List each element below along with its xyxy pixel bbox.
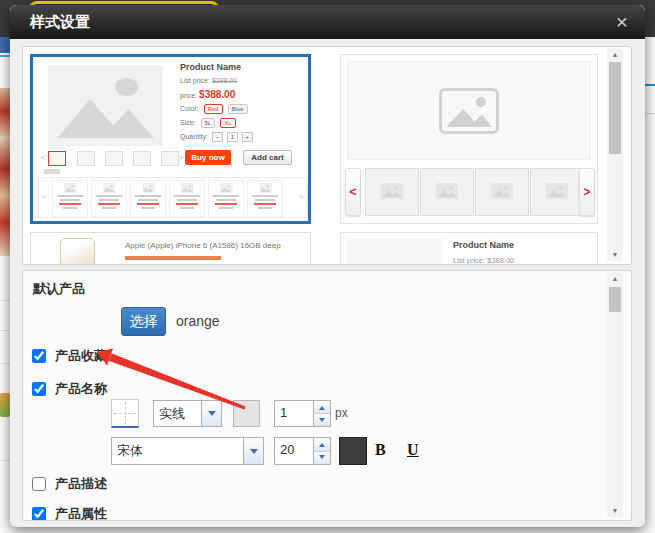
related-header-bar <box>44 169 60 174</box>
scroll-down-icon[interactable]: ▼ <box>607 505 623 517</box>
related-product-card <box>52 180 88 217</box>
product-name-label: 产品名称 <box>55 380 107 398</box>
thumbnail <box>105 151 123 166</box>
template-card-gallery[interactable]: < > <box>340 54 598 224</box>
checkbox-row-product-attributes: 产品属性 <box>32 505 107 521</box>
quantity-minus-icon: − <box>212 132 223 142</box>
template-card-bottom-right[interactable]: Product Name List price: $388.00 <box>340 232 598 265</box>
bold-button[interactable]: B <box>375 441 386 459</box>
related-product-card <box>208 180 244 217</box>
background-divider <box>0 363 10 364</box>
font-size-value[interactable]: 20 <box>275 438 313 464</box>
dropdown-arrow-icon[interactable] <box>201 401 221 426</box>
preview-price: price: $388.00 <box>180 89 235 100</box>
product-attributes-checkbox[interactable] <box>32 507 46 521</box>
stepper-up-icon[interactable] <box>314 401 330 413</box>
default-product-label: 默认产品 <box>33 280 85 298</box>
thumb-next-icon: > <box>179 153 184 162</box>
checkbox-row-product-name: 产品名称 <box>32 380 107 398</box>
phone-price-clipped <box>125 256 221 260</box>
scroll-up-icon[interactable]: ▲ <box>607 273 623 285</box>
background-right-sliver <box>645 37 655 533</box>
scroll-thumb[interactable] <box>609 62 621 154</box>
border-width-value[interactable]: 1 <box>275 401 313 426</box>
stepper-up-icon[interactable] <box>314 438 330 451</box>
related-products-strip: < <box>38 177 308 218</box>
quantity-plus-icon: + <box>242 132 253 142</box>
thumbnail <box>161 151 179 166</box>
background-divider <box>0 460 10 461</box>
preview-scrollbar[interactable]: ▲ ▼ <box>607 49 623 261</box>
product-favorite-checkbox[interactable] <box>32 349 46 363</box>
image-placeholder-icon <box>439 88 499 134</box>
carousel-prev-icon: < <box>345 168 361 216</box>
background-small-icon <box>0 393 10 417</box>
scroll-up-icon[interactable]: ▲ <box>607 49 623 61</box>
border-style-select[interactable]: 实线 <box>153 400 222 427</box>
gallery-thumbnail <box>365 168 419 216</box>
underline-button[interactable]: U <box>407 441 419 459</box>
color-option-red: Red <box>204 104 223 114</box>
product-description-label: 产品描述 <box>55 475 107 493</box>
background-blue-underline <box>645 84 655 86</box>
related-next-icon: > <box>299 192 304 201</box>
thumbnail <box>48 151 66 166</box>
add-cart-button: Add cart <box>243 150 292 165</box>
close-icon[interactable]: × <box>609 10 635 34</box>
template-preview-panel: Product Name List price: $388.00 price: … <box>22 46 632 265</box>
thumbnail <box>77 151 95 166</box>
phone-product-photo <box>60 238 95 265</box>
gallery-thumbnail <box>420 168 474 216</box>
buy-now-button: Buy now <box>185 150 231 165</box>
related-prev-icon: < <box>42 192 47 201</box>
stepper-down-icon[interactable] <box>314 451 330 465</box>
border-color-swatch[interactable] <box>233 400 260 427</box>
thumbnail <box>133 151 151 166</box>
stepper-down-icon[interactable] <box>314 413 330 426</box>
border-width-stepper[interactable]: 1 <box>274 400 331 427</box>
checkbox-row-product-description: 产品描述 <box>32 475 107 493</box>
selected-product-name: orange <box>176 313 220 329</box>
related-product-card <box>91 180 127 217</box>
template-card-selected[interactable]: Product Name List price: $388.00 price: … <box>30 54 311 224</box>
preview-list-price: List price: $388.00 <box>453 256 514 265</box>
font-family-select[interactable]: 宋体 <box>111 437 264 465</box>
carousel-next-icon: > <box>579 168 595 216</box>
quantity-value: 1 <box>227 132 238 142</box>
product-image-placeholder <box>347 239 442 265</box>
select-product-button[interactable]: 选择 <box>121 307 166 336</box>
template-card-phone[interactable]: Apple (Apple) iPhone 6 (A1586) 16GB deep <box>30 232 311 265</box>
gallery-thumbnail <box>475 168 529 216</box>
preview-quantity-row: Quantity: − 1 + <box>180 132 253 142</box>
preview-product-name: Product Name <box>453 240 514 250</box>
product-image-placeholder <box>48 65 163 146</box>
background-banner-sliver <box>0 88 10 256</box>
related-product-card <box>247 180 283 217</box>
background-divider <box>0 330 10 331</box>
gallery-thumbnail <box>530 168 584 216</box>
scroll-thumb[interactable] <box>609 287 621 312</box>
border-style-value: 实线 <box>154 401 201 426</box>
checkbox-row-product-favorite: 产品收藏 <box>32 347 107 365</box>
size-option-xl: XL <box>220 118 235 128</box>
scroll-down-icon[interactable]: ▼ <box>607 249 623 261</box>
border-width-unit: px <box>335 406 348 420</box>
border-position-picker[interactable] <box>111 399 139 428</box>
background-blue-block <box>0 37 10 53</box>
settings-form-panel: 默认产品 选择 orange 产品收藏 产品名称 实线 1 px 宋体 <box>22 270 632 521</box>
background-cyan-line <box>0 55 10 57</box>
preview-list-price: List price: $388.00 <box>180 77 237 84</box>
gallery-image-placeholder <box>347 61 591 160</box>
product-name-checkbox[interactable] <box>32 382 46 396</box>
form-scrollbar[interactable]: ▲ ▼ <box>607 273 623 517</box>
related-product-card <box>169 180 205 217</box>
dialog-title: 样式设置 <box>30 13 90 32</box>
preview-size-row: Size: 5L XL <box>180 118 236 128</box>
background-gray-line <box>645 113 655 114</box>
product-description-checkbox[interactable] <box>32 477 46 491</box>
font-color-swatch[interactable] <box>339 437 367 465</box>
dropdown-arrow-icon[interactable] <box>243 438 263 464</box>
font-size-stepper[interactable]: 20 <box>274 437 331 465</box>
preview-color-row: Color: Red Blue <box>180 104 248 114</box>
related-product-card <box>130 180 166 217</box>
